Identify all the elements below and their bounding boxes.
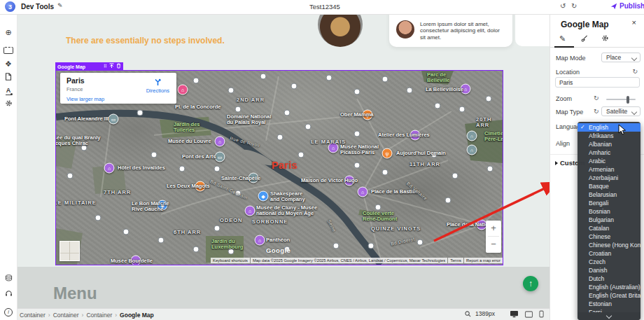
- language-option[interactable]: Amharic: [578, 148, 640, 157]
- undo-icon[interactable]: ↺: [560, 2, 566, 10]
- edit-title-icon[interactable]: ✎: [57, 2, 63, 9]
- breadcrumb-item[interactable]: Container: [86, 312, 112, 319]
- language-option[interactable]: Catalan: [578, 224, 640, 232]
- language-option[interactable]: English (Australian): [578, 283, 640, 291]
- map-marker[interactable]: ▭: [108, 114, 119, 125]
- language-option[interactable]: Basque: [578, 182, 640, 190]
- breadcrumb-item[interactable]: Google Map: [120, 312, 154, 319]
- tab-content-pencil-icon[interactable]: ✎: [559, 34, 566, 43]
- language-option[interactable]: Danish: [578, 266, 640, 274]
- dropdown-scroll-strip[interactable]: [578, 312, 640, 320]
- info-icon[interactable]: i: [0, 308, 17, 316]
- settings-icon[interactable]: [0, 99, 17, 109]
- canvas-zoom-value[interactable]: 1389px: [475, 310, 495, 317]
- select-parent-icon[interactable]: [109, 63, 114, 70]
- language-option[interactable]: Chinese: [578, 232, 640, 241]
- language-option[interactable]: Arabic: [578, 157, 640, 165]
- language-option[interactable]: ✓English: [578, 123, 640, 132]
- location-input[interactable]: [555, 77, 640, 88]
- zoom-in-button[interactable]: +: [486, 221, 501, 236]
- zoom-slider[interactable]: [606, 99, 636, 100]
- add-element-icon[interactable]: ⊕: [0, 28, 17, 36]
- drag-handle-icon[interactable]: ⠿: [104, 64, 107, 69]
- map-marker[interactable]: ◆: [158, 200, 168, 211]
- language-option[interactable]: Bulgarian: [578, 216, 640, 224]
- map-marker[interactable]: ▭: [215, 152, 225, 162]
- map-marker[interactable]: ⌂: [104, 163, 115, 174]
- scroll-top-button[interactable]: ↑: [523, 276, 538, 291]
- transit-station-dot: [291, 83, 298, 90]
- map-marker[interactable]: ψ: [363, 110, 373, 120]
- map-canvas[interactable]: Paris France Directions View larger map …: [55, 70, 503, 265]
- typography-icon[interactable]: A: [0, 85, 17, 97]
- report-map-error-link[interactable]: Report a map error: [464, 258, 503, 263]
- language-option[interactable]: Armenian: [578, 165, 640, 174]
- container-tool-icon[interactable]: [0, 46, 17, 55]
- language-option[interactable]: Bengali: [578, 199, 640, 207]
- desktop-breakpoint-icon[interactable]: [510, 310, 519, 318]
- language-option[interactable]: Belarusian: [578, 190, 640, 199]
- tab-advanced-gear-icon[interactable]: [601, 34, 609, 43]
- language-option[interactable]: Afrikaans: [578, 132, 640, 140]
- directions-link[interactable]: Directions: [146, 88, 169, 94]
- map-marker[interactable]: ◆: [258, 191, 269, 202]
- publish-button[interactable]: Publish: [610, 2, 644, 10]
- map-marker[interactable]: ⌂: [245, 206, 255, 216]
- redo-icon[interactable]: ↻: [571, 2, 577, 10]
- breadcrumb-item[interactable]: Container: [53, 312, 79, 319]
- mobile-breakpoint-icon[interactable]: [539, 310, 544, 318]
- close-panel-icon[interactable]: ×: [632, 18, 636, 27]
- tablet-breakpoint-icon[interactable]: [524, 311, 533, 318]
- map-marker[interactable]: ⌂: [328, 143, 339, 153]
- map-marker[interactable]: ⌂: [215, 137, 225, 147]
- language-option[interactable]: Azerbaijani: [578, 174, 640, 182]
- transit-station-dot: [193, 246, 200, 253]
- app-logo[interactable]: 3: [5, 1, 15, 12]
- terms-link[interactable]: Terms: [448, 258, 463, 263]
- map-mode-select[interactable]: Place: [601, 53, 640, 62]
- map-marker[interactable]: ⌂: [461, 84, 471, 95]
- testimonial-text: Lorem ipsum dolor sit amet, consectetur …: [420, 21, 507, 41]
- language-option[interactable]: Croatian: [578, 249, 640, 258]
- map-inset-thumbnail[interactable]: [59, 241, 80, 261]
- keyboard-shortcuts-link[interactable]: Keyboard shortcuts: [211, 258, 250, 263]
- map-marker[interactable]: ⌂: [131, 256, 141, 266]
- support-icon[interactable]: [0, 290, 17, 298]
- map-marker[interactable]: ∩: [467, 145, 477, 155]
- zoom-label: Zoom: [556, 95, 572, 102]
- map-marker[interactable]: ⌂: [178, 85, 188, 95]
- map-marker[interactable]: ⌂: [358, 187, 368, 197]
- map-marker[interactable]: ψ: [382, 148, 393, 159]
- language-option[interactable]: Bosnian: [578, 207, 640, 216]
- breadcrumb-item[interactable]: Container: [20, 312, 46, 319]
- language-option[interactable]: English (Great Britain): [578, 291, 640, 300]
- language-option[interactable]: Albanian: [578, 140, 640, 148]
- language-option[interactable]: Estonian: [578, 300, 640, 308]
- transit-station-dot: [95, 215, 102, 221]
- language-option[interactable]: Dutch: [578, 274, 640, 283]
- language-option[interactable]: Chinese (Hong Kong): [578, 241, 640, 249]
- zoom-out-button[interactable]: −: [486, 237, 501, 252]
- pages-icon[interactable]: [0, 73, 17, 82]
- map-type-reset-icon[interactable]: ↻: [594, 108, 599, 115]
- map-marker[interactable]: ⌂: [344, 176, 355, 186]
- language-option[interactable]: Czech: [578, 258, 640, 266]
- view-larger-map-link[interactable]: View larger map: [66, 96, 104, 102]
- widget-handle[interactable]: Google Map ⠿: [55, 62, 123, 71]
- page-title[interactable]: Test12345: [309, 3, 340, 11]
- zoom-slider-thumb[interactable]: [626, 96, 629, 104]
- components-icon[interactable]: ❖: [0, 60, 17, 68]
- location-reset-icon[interactable]: ↻: [632, 68, 638, 75]
- cms-icon[interactable]: [0, 274, 17, 283]
- map-marker[interactable]: ✝: [248, 173, 259, 183]
- delete-widget-icon[interactable]: [116, 63, 121, 70]
- map-type-select[interactable]: Satellite: [601, 106, 640, 116]
- map-marker[interactable]: ⌂: [410, 130, 421, 141]
- map-marker[interactable]: ⌂: [255, 235, 265, 246]
- tab-style-brush-icon[interactable]: [580, 34, 588, 44]
- map-marker[interactable]: ∩: [467, 131, 477, 141]
- zoom-magnifier-icon: [465, 311, 471, 317]
- transit-station-dot: [487, 166, 493, 172]
- map-marker[interactable]: ψ: [195, 181, 206, 192]
- zoom-reset-icon[interactable]: ↻: [594, 95, 599, 102]
